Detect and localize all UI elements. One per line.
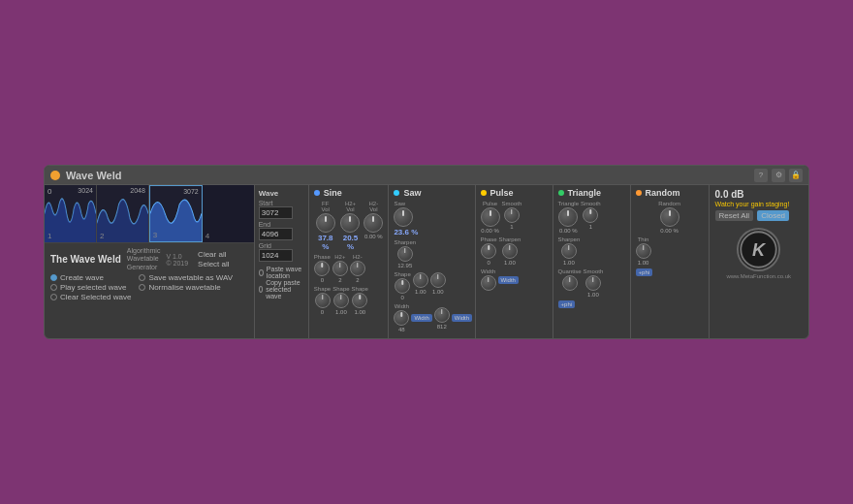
ff-vol-knob[interactable] <box>316 213 335 233</box>
saw-width2-group: 812 <box>434 307 450 330</box>
logo-icon: K <box>737 228 780 271</box>
saw-vol-knob[interactable] <box>394 207 413 227</box>
sine-h2plus-label: H2+ <box>334 254 345 260</box>
copy-paste-radio[interactable] <box>259 286 263 293</box>
saw-shape2-knob[interactable] <box>413 272 428 288</box>
pulse-smooth-knob[interactable] <box>504 207 520 223</box>
sine-h2minus-knob[interactable] <box>350 261 365 276</box>
slot3-value: 3072 <box>183 188 199 195</box>
pulse-phase-group: Phase 0 <box>481 236 497 266</box>
pulse-phase-knob[interactable] <box>481 243 496 259</box>
wave-canvas-area: 0 3024 1 2048 2 <box>45 185 254 243</box>
saw-phi2-btn[interactable]: Width <box>452 314 472 322</box>
sine-h2plus-knob[interactable] <box>332 261 348 276</box>
triangle-phi-btn[interactable]: +phi <box>558 300 576 308</box>
h2plus-vol-value: 20.5 % <box>339 234 363 251</box>
play-wave-option[interactable]: Play selected wave <box>50 283 131 292</box>
triangle-smooth-group: Smooth 1 <box>581 201 601 234</box>
sine-shape3-label: Shape <box>352 286 368 292</box>
wave-slot-4[interactable]: 4 <box>203 185 254 242</box>
save-wav-option[interactable]: Save wavetable as WAV <box>139 273 233 282</box>
select-all-button[interactable]: Select all <box>198 260 229 268</box>
saw-shape1-value: 0 <box>400 295 403 300</box>
grid-row[interactable] <box>259 249 304 262</box>
sine-shape2-knob[interactable] <box>333 293 349 308</box>
copy-paste-label: Copy paste selected wave <box>266 279 304 299</box>
saw-phi1-btn[interactable]: Width <box>411 314 431 322</box>
random-label: Random <box>658 201 680 206</box>
gain-value: 0.0 dB <box>715 189 803 200</box>
start-input[interactable] <box>259 206 293 219</box>
pulse-sharpen-knob[interactable] <box>502 243 518 259</box>
triangle-sharpen-value: 1.00 <box>563 260 575 266</box>
paste-wave-option[interactable]: Paste wave location <box>259 266 304 279</box>
pulse-width-knob[interactable] <box>481 275 496 291</box>
saw-shape1-knob[interactable] <box>395 278 410 294</box>
sine-shape3-knob[interactable] <box>352 293 367 308</box>
clear-wave-radio[interactable] <box>50 294 57 300</box>
reset-all-button[interactable]: Reset All <box>715 210 754 221</box>
settings-button[interactable]: ⚙ <box>772 169 785 182</box>
paste-wave-radio[interactable] <box>259 269 264 276</box>
start-row[interactable] <box>259 206 304 219</box>
h2minus-vol-knob[interactable] <box>363 213 383 233</box>
triangle-vol-knob[interactable] <box>558 207 578 227</box>
saw-shape1-label: Shape <box>394 271 410 277</box>
end-row[interactable] <box>259 228 304 240</box>
triangle-label: Triangle <box>558 201 579 206</box>
random-phi-btn[interactable]: +phi <box>636 268 653 276</box>
save-wav-radio[interactable] <box>139 274 145 281</box>
saw-vol-group: Saw 23.6 % <box>394 201 469 236</box>
close-button[interactable]: 🔒 <box>789 169 803 182</box>
sine-shape-row: Shape 0 Shape 1.00 Shape 1.00 <box>314 286 384 315</box>
triangle-sharpen-knob[interactable] <box>561 243 577 259</box>
random-vol-value: 0.00 % <box>660 228 679 234</box>
wave-slot-1[interactable]: 0 3024 1 <box>45 185 97 242</box>
triangle-smooth2-knob[interactable] <box>585 275 601 291</box>
saw-width-label: Width <box>395 303 409 309</box>
sine-phase-knob[interactable] <box>314 261 330 276</box>
sine-shape3-group: Shape 1.00 <box>352 286 368 315</box>
wave-display: 0 3024 1 2048 2 <box>45 185 255 338</box>
sine-shape1-value: 0 <box>321 309 324 315</box>
triangle-quantise-knob[interactable] <box>562 275 578 291</box>
sine-shape1-knob[interactable] <box>315 293 331 308</box>
play-wave-radio[interactable] <box>50 284 57 291</box>
right-panel: 0.0 dB Watch your gain staging! Reset Al… <box>709 185 808 338</box>
triangle-smooth-knob[interactable] <box>583 207 598 223</box>
create-wave-radio[interactable] <box>50 274 57 281</box>
save-wav-label: Save wavetable as WAV <box>148 273 233 282</box>
pulse-vol-knob[interactable] <box>481 207 500 227</box>
left-radio-options: Create wave Play selected wave Clear Sel… <box>50 273 131 301</box>
gain-display: 0.0 dB Watch your gain staging! <box>715 189 803 207</box>
clear-all-button[interactable]: Clear all <box>198 250 229 259</box>
minimize-button[interactable]: ? <box>754 169 768 182</box>
triangle-title: Triangle <box>568 188 602 198</box>
triangle-top-row: Triangle 0.00 % Smooth 1 <box>558 201 625 234</box>
wave-slot-2[interactable]: 2048 2 <box>97 185 149 242</box>
right-radio-options: Save wavetable as WAV Normalise wavetabl… <box>139 273 233 301</box>
saw-sharpen-knob[interactable] <box>397 246 413 262</box>
grid-input[interactable] <box>259 249 293 262</box>
pulse-header: Pulse <box>481 188 548 198</box>
normalise-radio[interactable] <box>139 284 145 291</box>
saw-shape3-knob[interactable] <box>430 272 446 288</box>
saw-width1-knob[interactable] <box>394 310 409 326</box>
reset-row: Reset All Closed <box>715 210 803 221</box>
end-input[interactable] <box>259 228 293 240</box>
closed-button[interactable]: Closed <box>757 210 789 221</box>
clear-wave-option[interactable]: Clear Selected wave <box>50 293 131 301</box>
h2plus-vol-knob[interactable] <box>340 213 360 233</box>
title-text: Wave Weld <box>66 170 748 181</box>
copy-paste-option[interactable]: Copy paste selected wave <box>259 279 304 299</box>
random-thin-knob[interactable] <box>636 243 651 259</box>
pulse-phi-btn[interactable]: Width <box>498 276 519 284</box>
pulse-title: Pulse <box>490 188 514 198</box>
synth-sections: Sine FFVol 37.8 % H2+Vol 20.5 % H2-Vol <box>309 185 709 338</box>
random-vol-knob[interactable] <box>660 207 679 227</box>
create-wave-option[interactable]: Create wave <box>50 273 131 282</box>
normalise-option[interactable]: Normalise wavetable <box>139 283 233 292</box>
plugin-window: Wave Weld ? ⚙ 🔒 0 3024 1 <box>44 165 809 339</box>
saw-width2-knob[interactable] <box>434 307 450 323</box>
wave-slot-3[interactable]: 3072 3 <box>149 185 203 242</box>
